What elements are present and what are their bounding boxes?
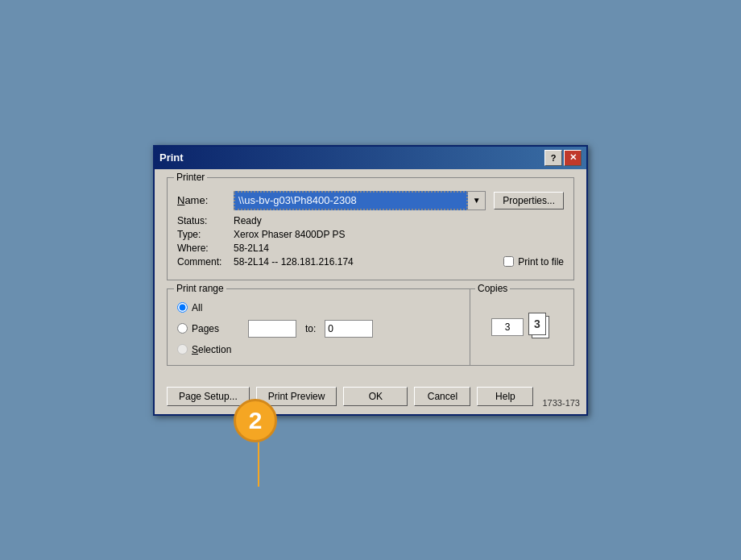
pages-label[interactable]: Pages [177, 323, 242, 334]
help-button[interactable]: Help [477, 387, 533, 406]
selection-row: Selection [177, 344, 461, 355]
selection-text: Selection [192, 344, 231, 355]
pages-from-input[interactable] [248, 320, 296, 338]
type-row: Type: Xerox Phaser 8400DP PS [177, 229, 564, 240]
selection-radio[interactable] [177, 344, 188, 355]
comment-row: Comment: 58-2L14 -- 128.181.216.174 Prin… [177, 256, 564, 268]
all-text: All [192, 302, 202, 313]
range-copies-section: Print range All Pages [167, 288, 574, 366]
collate-icon: 3 [528, 313, 553, 342]
copies-input[interactable] [491, 318, 524, 336]
status-value: Ready [234, 215, 262, 226]
name-row: Name: \\us-bv-g03\Ph8400-2308 ▼ Properti… [177, 191, 564, 210]
copies-group-label: Copies [475, 283, 510, 294]
page-setup-button[interactable]: Page Setup... [167, 387, 250, 406]
printer-section: Name: \\us-bv-g03\Ph8400-2308 ▼ Properti… [177, 191, 564, 268]
all-radio[interactable] [177, 302, 188, 313]
range-options: All Pages to: [177, 302, 461, 355]
title-bar: Print ? ✕ [155, 147, 586, 169]
close-title-button[interactable]: ✕ [564, 150, 582, 166]
copies-inner: 3 [491, 313, 553, 342]
title-bar-buttons: ? ✕ [544, 150, 582, 166]
pages-radio[interactable] [177, 323, 188, 334]
all-label[interactable]: All [177, 302, 242, 313]
type-label: Type: [177, 229, 234, 240]
where-value: 58-2L14 [234, 243, 269, 254]
where-row: Where: 58-2L14 [177, 243, 564, 254]
pages-row: Pages to: [177, 320, 461, 338]
copies-section-wrapper: Copies 3 [470, 288, 574, 366]
type-value: Xerox Phaser 8400DP PS [234, 229, 346, 240]
printer-group: Printer Name: \\us-bv-g03\Ph8400-2308 ▼ … [167, 177, 574, 280]
print-range-label: Print range [174, 283, 226, 294]
ok-button[interactable]: OK [343, 387, 408, 406]
printer-group-label: Printer [174, 172, 207, 183]
all-row: All [177, 302, 461, 313]
print-to-file-text: Print to file [518, 256, 564, 268]
bottom-buttons: Page Setup... Print Preview OK Cancel He… [155, 382, 586, 414]
properties-button[interactable]: Properties... [494, 192, 564, 209]
print-to-file-checkbox[interactable] [503, 256, 514, 267]
print-preview-button[interactable]: Print Preview [256, 387, 337, 406]
printer-name-select[interactable]: \\us-bv-g03\Ph8400-2308 [234, 191, 468, 210]
dialog-body: Printer Name: \\us-bv-g03\Ph8400-2308 ▼ … [155, 169, 586, 382]
watermark: 1733-173 [543, 398, 581, 408]
pages-text: Pages [192, 323, 219, 334]
status-row: Status: Ready [177, 215, 564, 226]
copies-group: Copies 3 [470, 288, 574, 366]
status-label: Status: [177, 215, 234, 226]
cancel-button[interactable]: Cancel [414, 387, 470, 406]
comment-label: Comment: [177, 256, 234, 268]
to-label: to: [305, 323, 316, 334]
selection-label[interactable]: Selection [177, 344, 242, 355]
dropdown-arrow-button[interactable]: ▼ [468, 191, 486, 210]
help-title-button[interactable]: ? [544, 150, 562, 166]
pages-to-input[interactable] [325, 320, 373, 338]
name-dropdown-wrap: \\us-bv-g03\Ph8400-2308 ▼ [234, 191, 486, 210]
where-label: Where: [177, 243, 234, 254]
comment-value: 58-2L14 -- 128.181.216.174 [234, 256, 354, 268]
print-to-file-label[interactable]: Print to file [503, 256, 564, 268]
name-label: Name: [177, 194, 234, 206]
print-dialog: Print ? ✕ Printer Name: \\us-bv-g03\Ph84… [153, 145, 588, 416]
callout-line [258, 442, 259, 487]
dialog-title: Print [159, 151, 184, 164]
